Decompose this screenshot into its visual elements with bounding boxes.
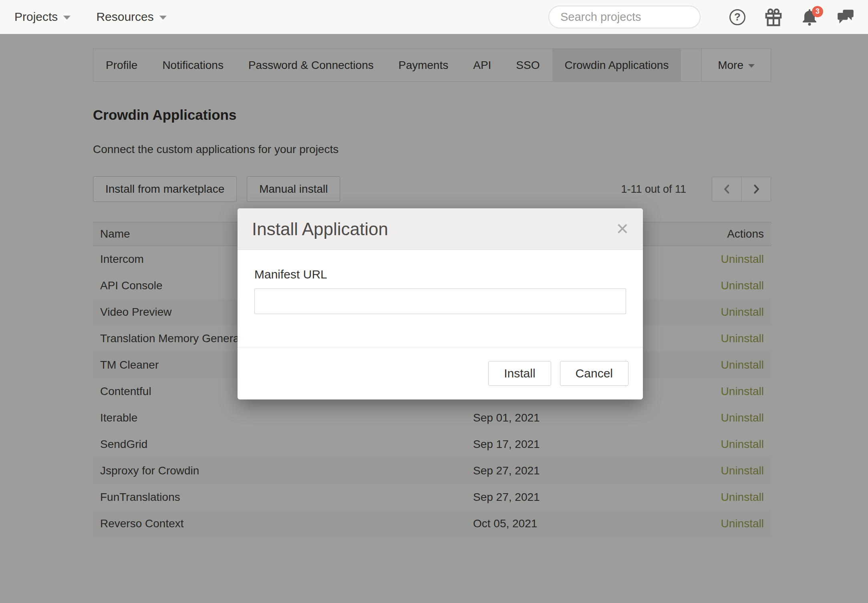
projects-menu-label: Projects (14, 10, 58, 24)
install-application-dialog: Install Application × Manifest URL Insta… (238, 208, 643, 399)
topbar-actions: ? 3 (548, 0, 854, 34)
dialog-body: Manifest URL (238, 250, 643, 347)
dialog-header: Install Application × (238, 208, 643, 250)
help-button[interactable]: ? (729, 8, 746, 27)
gift-button[interactable] (765, 8, 782, 27)
projects-menu[interactable]: Projects (14, 10, 70, 24)
messages-button[interactable] (837, 8, 854, 27)
crowdin-settings-page: Projects Resources ? (0, 0, 868, 603)
search-box (548, 6, 701, 28)
help-icon: ? (729, 9, 745, 25)
gift-icon (765, 8, 782, 27)
close-icon[interactable]: × (614, 216, 631, 241)
chevron-down-icon (63, 16, 70, 20)
chat-icon (837, 8, 854, 26)
notification-badge: 3 (812, 6, 823, 17)
cancel-button[interactable]: Cancel (560, 361, 628, 386)
dialog-footer: Install Cancel (238, 347, 643, 399)
manifest-url-input[interactable] (254, 288, 626, 314)
dialog-title: Install Application (252, 219, 388, 239)
resources-menu[interactable]: Resources (96, 10, 166, 24)
chevron-down-icon (159, 16, 167, 20)
top-navigation-bar: Projects Resources ? (0, 0, 868, 34)
notifications-button[interactable]: 3 (801, 8, 818, 27)
install-button[interactable]: Install (488, 361, 551, 386)
resources-menu-label: Resources (96, 10, 153, 24)
search-input[interactable] (560, 10, 711, 24)
manifest-url-label: Manifest URL (254, 268, 626, 281)
topbar-menus: Projects Resources (0, 10, 167, 24)
